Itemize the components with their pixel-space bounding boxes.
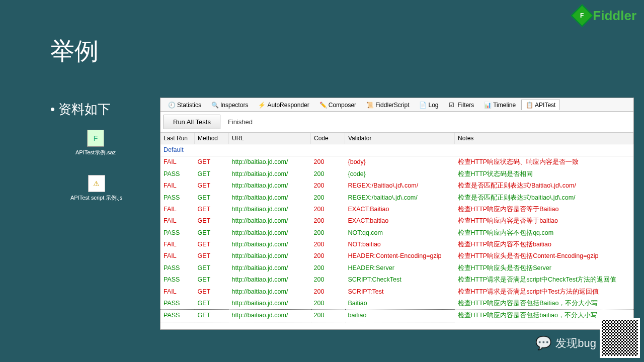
tab-composer[interactable]: ✏️Composer [315, 100, 361, 110]
tab-label: Statistics [177, 102, 201, 109]
timeline-icon: 📊 [484, 102, 491, 109]
watermark-text: 发现bug [555, 336, 596, 351]
fiddler-brand-text: Fiddler [593, 8, 636, 24]
apitest-toolbar: Run All Tests Finished [160, 112, 633, 133]
run-all-tests-button[interactable]: Run All Tests [164, 115, 220, 129]
col-last-run[interactable]: Last Run [160, 133, 195, 144]
tab-inspectors[interactable]: 🔍Inspectors [207, 100, 253, 110]
col-validator[interactable]: Validator [345, 133, 455, 144]
table-row[interactable]: PASSGEThttp://baitiao.jd.com/200{code}检查… [160, 168, 633, 180]
file-saz-label: APITest示例.saz [75, 149, 116, 156]
inspectors-icon: 🔍 [211, 102, 218, 109]
apitest-icon: 📋 [526, 102, 533, 109]
fiddler-logo: F Fiddler [574, 8, 636, 24]
table-row[interactable]: FAILGEThttp://baitiao.jd.com/200EXACT:ba… [160, 215, 633, 227]
table-row[interactable]: PASSGEThttp://baitiao.jd.com/200REGEX:/b… [160, 192, 633, 204]
table-row[interactable]: FAILGEThttp://baitiao.jd.com/200NOT:bait… [160, 239, 633, 250]
table-row[interactable]: FAILGEThttp://baitiao.jd.com/200REGEX:/B… [160, 180, 633, 192]
file-js-label: APITest script 示例.js [70, 194, 122, 202]
tab-filters[interactable]: ☑Filters [444, 100, 479, 110]
tab-timeline[interactable]: 📊Timeline [479, 100, 520, 110]
fiddler-panel: 🕘Statistics🔍Inspectors⚡AutoResponder✏️Co… [160, 98, 634, 330]
watermark: 💬 发现bug [535, 335, 596, 351]
table-row[interactable]: PASSGEThttp://baitiao.jd.com/200HEADER:S… [160, 262, 633, 274]
tab-autoresponder[interactable]: ⚡AutoResponder [254, 100, 313, 110]
filters-icon: ☑ [449, 102, 456, 109]
tab-label: AutoResponder [267, 102, 309, 109]
col-method[interactable]: Method [195, 133, 229, 144]
table-row[interactable]: FAILGEThttp://baitiao.jd.com/200HEADER:C… [160, 250, 633, 262]
tab-fiddlerscript[interactable]: 📜FiddlerScript [362, 100, 414, 110]
tab-label: Filters [458, 102, 474, 109]
table-row[interactable]: PASSGEThttp://baitiao.jd.com/200Baitiao检… [160, 298, 633, 310]
table-row[interactable]: PASSGEThttp://baitiao.jd.com/200SCRIPT:C… [160, 274, 633, 286]
group-default[interactable]: Default [160, 144, 633, 156]
tab-bar: 🕘Statistics🔍Inspectors⚡AutoResponder✏️Co… [160, 98, 633, 112]
bullet-text: 资料如下 [50, 101, 111, 118]
tab-statistics[interactable]: 🕘Statistics [164, 100, 206, 110]
file-js[interactable]: ⚠ APITest script 示例.js [70, 175, 122, 202]
table-row[interactable]: PASSGEThttp://baitiao.jd.com/200baitiao检… [160, 310, 633, 322]
table-row[interactable]: FAILGEThttp://baitiao.jd.com/200EXACT:Ba… [160, 204, 633, 215]
slide-title: 举例 [50, 35, 99, 67]
tab-log[interactable]: 📄Log [415, 100, 443, 110]
table-row[interactable]: FAILGEThttp://baitiao.jd.com/200{body}检查… [160, 156, 633, 168]
col-url[interactable]: URL [229, 133, 311, 144]
fiddler-diamond-icon: F [571, 4, 594, 27]
col-notes[interactable]: Notes [455, 133, 633, 144]
tab-apitest[interactable]: 📋APITest [521, 100, 560, 110]
statistics-icon: 🕘 [168, 102, 175, 109]
composer-icon: ✏️ [319, 102, 327, 109]
log-icon: 📄 [419, 102, 426, 109]
tab-label: Timeline [493, 102, 516, 109]
table-row[interactable]: PASSGEThttp://baitiao.jd.com/200NOT:qq.c… [160, 227, 633, 239]
tab-label: Composer [329, 102, 356, 109]
wechat-icon: 💬 [535, 335, 551, 351]
status-text: Finished [228, 118, 253, 126]
tab-label: FiddlerScript [375, 102, 409, 109]
table-row[interactable]: FAILGEThttp://baitiao.jd.com/200SCRIPT:T… [160, 286, 633, 298]
file-saz-icon: F [87, 130, 104, 147]
file-saz[interactable]: F APITest示例.saz [75, 130, 116, 156]
col-code[interactable]: Code [311, 133, 345, 144]
fiddlerscript-icon: 📜 [366, 102, 373, 109]
tab-label: Inspectors [220, 102, 248, 109]
file-js-icon: ⚠ [88, 175, 105, 192]
results-table[interactable]: Last Run Method URL Code Validator Notes… [160, 133, 633, 322]
tab-label: APITest [535, 102, 555, 109]
qr-code [600, 318, 640, 358]
tab-label: Log [428, 102, 438, 109]
autoresponder-icon: ⚡ [258, 102, 265, 109]
